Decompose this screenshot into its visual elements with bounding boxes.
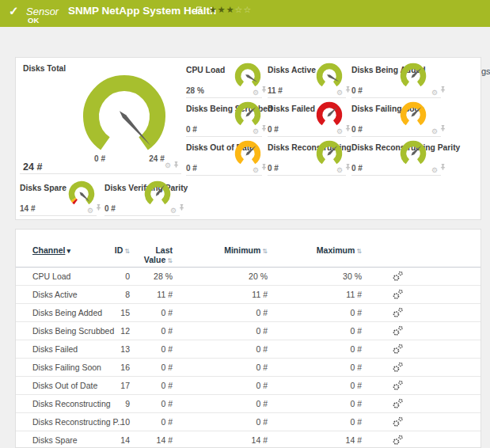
channel-settings-icon[interactable] <box>388 416 407 429</box>
gauge-value: 0 # <box>186 164 197 173</box>
gear-icon[interactable]: ⚙ <box>170 207 177 215</box>
table-row-disks-failing-soon[interactable]: Disks Failing Soon160 #0 #0 # <box>16 359 481 377</box>
cell-maximum: 0 # <box>299 381 362 390</box>
rating-stars[interactable]: ★★★☆☆ <box>209 5 252 15</box>
gear-icon[interactable]: ⚙ <box>253 128 259 135</box>
table-row-disks-active[interactable]: Disks Active811 #11 #11 # <box>16 286 481 304</box>
gauge-cell-disks-total[interactable]: Disks Total 0 # 24 # 24 # ⚙ <box>20 58 181 174</box>
disks-total-gauge <box>78 70 170 165</box>
gauges-panel: Disks Total 0 # 24 # 24 # ⚙ CPU Load28 %… <box>15 57 481 220</box>
cell-last-value: 0 # <box>117 381 173 390</box>
gauge-cell-actions: ⚙ <box>87 207 96 215</box>
table-row-disks-reconstructing[interactable]: Disks Reconstructing90 #0 #0 # <box>16 395 481 413</box>
gauge-needle <box>120 111 150 146</box>
column-header-last[interactable]: Last Value⇅ <box>136 245 173 266</box>
channel-settings-icon[interactable] <box>388 271 407 283</box>
table-row-disks-out-of-date[interactable]: Disks Out of Date170 #0 #0 # <box>16 377 481 395</box>
cell-minimum: 0 # <box>206 399 268 408</box>
gauge-value: 0 # <box>186 125 197 134</box>
table-row-disks-being-added[interactable]: Disks Being Added150 #0 #0 # <box>16 304 481 322</box>
cell-last-value: 11 # <box>117 290 173 299</box>
gauge-value: 14 # <box>20 204 35 213</box>
gauge-value: 0 # <box>351 86 363 95</box>
gear-icon[interactable]: ⚙ <box>431 167 438 174</box>
channel-table-panel: Channel▾ID⇅Last Value⇅Minimum⇅Maximum⇅ C… <box>15 229 481 448</box>
flag-icon[interactable] <box>196 4 203 18</box>
check-icon: ✓ <box>9 4 19 18</box>
gauge-title: Disks Failed <box>268 104 315 113</box>
gauge-cell-disks-failing-soon[interactable]: Disks Failing Soon0 #⚙ <box>351 104 441 137</box>
gear-icon[interactable]: ⚙ <box>165 157 171 171</box>
gauge-cell-actions: ⚙ <box>336 128 345 135</box>
cell-maximum: 14 # <box>299 435 362 445</box>
sort-icon: ⇅ <box>260 245 268 255</box>
gauge-cell-disks-verifying-parity[interactable]: Disks Verifying Parity0 #⚙ <box>104 184 180 216</box>
gauge-cell-actions: ⚙ <box>431 89 440 97</box>
channel-table-header: Channel▾ID⇅Last Value⇅Minimum⇅Maximum⇅ <box>16 231 481 268</box>
gauge-title: Disks Spare <box>20 184 66 192</box>
gauge-value: 24 # <box>23 161 42 173</box>
gauge-cell-disks-being-scrubbed[interactable]: Disks Being Scrubbed0 #⚙ <box>186 104 262 137</box>
sort-icon: ⇅ <box>123 245 130 255</box>
gauge-cell-actions: ⚙ <box>170 207 179 215</box>
gear-icon[interactable]: ⚙ <box>336 128 343 135</box>
table-row-disks-reconstructing-p[interactable]: Disks Reconstructing P...100 #0 #0 # <box>16 413 481 431</box>
channel-settings-icon[interactable] <box>388 289 407 302</box>
tab-bar: OverviewLive Data2days30days365daysHisto… <box>0 27 490 57</box>
table-row-cpu-load[interactable]: CPU Load028 %20 %30 % <box>16 268 481 286</box>
cell-minimum: 0 # <box>206 326 268 336</box>
gauge-cell-disks-spare[interactable]: Disks Spare14 #⚙ <box>20 184 97 216</box>
gear-icon[interactable]: ⚙ <box>336 89 343 97</box>
cell-last-value: 0 # <box>117 308 173 317</box>
column-header-id[interactable]: ID⇅ <box>87 245 130 255</box>
gauge-cell-disks-active[interactable]: Disks Active11 #⚙ <box>268 66 346 98</box>
cell-last-value: 0 # <box>117 363 173 372</box>
gear-icon[interactable]: ⚙ <box>336 167 343 174</box>
gauge-cell-disks-being-added[interactable]: Disks Being Added0 #⚙ <box>351 66 441 98</box>
gear-icon[interactable]: ⚙ <box>431 89 438 97</box>
gauge-title: Disks Active <box>268 66 316 74</box>
gear-icon[interactable]: ⚙ <box>253 167 259 174</box>
channel-settings-icon[interactable] <box>388 362 407 374</box>
table-row-disks-spare[interactable]: Disks Spare1414 #14 #14 # <box>16 431 481 448</box>
gauge-cell-disks-out-of-date[interactable]: Disks Out of Date0 #⚙ <box>186 143 262 176</box>
cell-last-value: 0 # <box>117 326 173 336</box>
sort-icon: ⇅ <box>165 255 173 264</box>
cell-maximum: 30 % <box>299 271 362 281</box>
channel-settings-icon[interactable] <box>388 344 407 356</box>
pin-icon[interactable] <box>173 157 179 171</box>
channel-settings-icon[interactable] <box>388 307 407 320</box>
channel-settings-icon[interactable] <box>388 398 407 411</box>
channel-settings-icon[interactable] <box>388 325 407 338</box>
gear-icon[interactable]: ⚙ <box>87 207 93 215</box>
cell-last-value: 14 # <box>117 435 173 445</box>
cell-minimum: 0 # <box>206 363 268 372</box>
gauge-cell-disks-reconstructing[interactable]: Disks Reconstructing0 #⚙ <box>268 143 346 176</box>
gauge-cell-actions: ⚙ <box>253 167 261 174</box>
column-header-max[interactable]: Maximum⇅ <box>299 245 362 255</box>
gauge-scale-min: 0 # <box>84 154 116 163</box>
gauge-value: 11 # <box>268 86 283 95</box>
table-row-disks-failed[interactable]: Disks Failed130 #0 #0 # <box>16 340 481 359</box>
gauge-value: 0 # <box>351 164 363 173</box>
column-header-channel[interactable]: Channel▾ <box>32 245 70 255</box>
gauge-cell-actions: ⚙ <box>431 167 440 174</box>
cell-maximum: 0 # <box>299 363 362 372</box>
cell-channel: Disks Spare <box>32 435 78 445</box>
cell-minimum: 0 # <box>206 344 268 354</box>
gear-icon[interactable]: ⚙ <box>431 128 438 135</box>
channel-settings-icon[interactable] <box>388 380 407 393</box>
gauge-cell-cpu-load[interactable]: CPU Load28 %⚙ <box>186 66 262 98</box>
gauge-cell-disks-failed[interactable]: Disks Failed0 #⚙ <box>268 104 346 137</box>
cell-minimum: 11 # <box>206 290 268 299</box>
gear-icon[interactable]: ⚙ <box>253 89 259 97</box>
cell-maximum: 0 # <box>299 399 362 408</box>
gauge-cell-disks-reconstructing-parity[interactable]: Disks Reconstructing Parity0 #⚙ <box>351 143 441 176</box>
column-header-min[interactable]: Minimum⇅ <box>206 245 268 255</box>
channel-settings-icon[interactable] <box>388 435 407 447</box>
sensor-status-bar: ✓ Sensor SNMP NetApp System Health ★★★☆☆… <box>0 0 490 27</box>
cell-minimum: 14 # <box>206 435 268 445</box>
sensor-title: SNMP NetApp System Health <box>68 5 216 17</box>
table-row-disks-being-scrubbed[interactable]: Disks Being Scrubbed120 #0 #0 # <box>16 322 481 340</box>
gauge-value: 0 # <box>104 204 116 213</box>
